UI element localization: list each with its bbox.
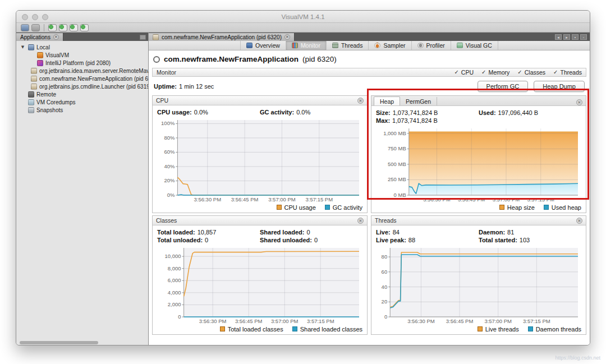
scrollbar-thumb[interactable] <box>20 341 98 344</box>
tab-strip-buttons: ◂▸▪▫ <box>555 34 587 40</box>
checkbox-threads[interactable]: ✓Threads <box>553 69 582 76</box>
application-document-tab[interactable]: com.newframe.NewFrameApplication (pid 63… <box>149 33 295 41</box>
tab-monitor[interactable]: Monitor <box>286 41 327 50</box>
close-icon[interactable]: ✕ <box>576 99 582 105</box>
legend-swatch <box>220 326 225 331</box>
applications-sidebar: Applications ✕ ▼LocalVisualVMIntelliJ Pl… <box>16 33 149 345</box>
tab-visual-gc[interactable]: Visual GC <box>451 41 498 50</box>
application-tab-label: com.newframe.NewFrameApplication (pid 63… <box>162 34 282 40</box>
legend-swatch <box>528 326 533 331</box>
close-icon[interactable]: ✕ <box>357 98 364 104</box>
svg-text:3:56:30 PM: 3:56:30 PM <box>407 318 435 324</box>
tree-item[interactable]: VM Coredumps <box>16 98 148 106</box>
tree-item-label: com.newframe.NewFrameApplication (pid 63… <box>39 76 148 82</box>
svg-text:3:56:45 PM: 3:56:45 PM <box>458 196 485 202</box>
thread-dump-icon[interactable] <box>48 24 57 31</box>
tab-sampler[interactable]: Sampler <box>369 41 411 50</box>
checkbox-classes[interactable]: ✓Classes <box>517 69 545 76</box>
remote-icon <box>28 91 34 98</box>
svg-text:3:56:30 PM: 3:56:30 PM <box>423 196 451 202</box>
legend-item: Daemon threads <box>528 326 581 333</box>
svg-text:3:57:15 PM: 3:57:15 PM <box>307 318 334 324</box>
monitor-section-header: Monitor ✓CPU✓Memory✓Classes✓Threads <box>152 68 586 77</box>
maximize-icon[interactable]: ▪ <box>572 34 579 40</box>
close-icon[interactable]: ✕ <box>576 218 582 224</box>
uptime-label: Uptime: <box>154 83 177 90</box>
svg-text:0 MB: 0 MB <box>394 192 406 198</box>
svg-text:3:57:00 PM: 3:57:00 PM <box>484 318 512 324</box>
profiler-icon <box>417 43 424 48</box>
heap-dump-button[interactable]: Heap Dump <box>534 81 585 92</box>
threads-panel: Threads ✕ Live:84Live peak:88Daemon:81To… <box>371 215 586 335</box>
snapshots-icon <box>28 107 34 113</box>
applications-tab[interactable]: Applications ✕ <box>16 33 63 41</box>
uptime-row: Uptime:1 min 12 sec Perform GC Heap Dump <box>152 77 586 95</box>
stat-live-peak: Live peak:88 <box>376 236 479 244</box>
minimize-window-button[interactable] <box>32 14 38 20</box>
tree-item[interactable]: VisualVM <box>16 51 148 59</box>
uptime-value: 1 min 12 sec <box>179 83 214 90</box>
legend-label: Heap size <box>507 204 535 211</box>
svg-text:3:57:00 PM: 3:57:00 PM <box>493 196 520 202</box>
svg-text:3:56:30 PM: 3:56:30 PM <box>199 318 227 324</box>
heap-chart: 0 MB250 MB500 MB750 MB1,000 MB3:56:30 PM… <box>376 126 581 203</box>
content: Applications ✕ ▼LocalVisualVMIntelliJ Pl… <box>16 33 590 345</box>
visualgc-icon <box>457 43 463 48</box>
close-icon[interactable]: ✕ <box>357 218 364 224</box>
zoom-window-button[interactable] <box>42 14 48 20</box>
legend-label: Total loaded classes <box>228 326 283 333</box>
legend-label: Shared loaded classes <box>300 326 362 333</box>
stat-max: Max:1,073,741,824 B <box>376 117 479 125</box>
application-snapshot-icon[interactable] <box>80 24 89 31</box>
close-icon[interactable]: ✕ <box>53 34 59 40</box>
svg-text:0: 0 <box>178 314 181 320</box>
tree-item[interactable]: Remote <box>16 90 148 98</box>
legend-item: Total loaded classes <box>220 326 283 333</box>
tab-threads[interactable]: Threads <box>327 41 369 50</box>
close-icon[interactable]: ✕ <box>284 34 290 40</box>
svg-text:60%: 60% <box>164 149 175 155</box>
cpu-panel-title: CPU <box>156 97 168 104</box>
tab-profiler[interactable]: Profiler <box>412 41 451 50</box>
tree-item[interactable]: org.jetbrains.idea.maven.server.RemoteMa… <box>16 67 148 75</box>
profiler-snapshot-icon[interactable] <box>70 24 78 31</box>
tree-item[interactable]: ▼Local <box>16 43 148 51</box>
stat-live: Live:84 <box>376 228 479 236</box>
threads-panel-title: Threads <box>375 217 397 224</box>
svg-text:100%: 100% <box>161 120 175 126</box>
permgen-tab[interactable]: PermGen <box>400 97 437 105</box>
threads-panel-header: Threads ✕ <box>371 216 586 225</box>
legend-swatch <box>499 205 504 210</box>
float-icon[interactable]: ▫ <box>580 34 587 40</box>
tree-item[interactable]: Snapshots <box>16 106 148 114</box>
stat-shared-unloaded: Shared unloaded:0 <box>260 236 362 244</box>
tab-overview[interactable]: Overview <box>240 41 286 50</box>
save-icon[interactable] <box>31 24 40 31</box>
svg-text:80: 80 <box>382 254 388 260</box>
checkbox-memory[interactable]: ✓Memory <box>481 69 509 76</box>
tree-item-label: IntelliJ Platform (pid 2080) <box>45 60 111 66</box>
expander-icon[interactable]: ▼ <box>20 45 26 49</box>
tree-item[interactable]: com.newframe.NewFrameApplication (pid 63… <box>16 75 148 82</box>
subtab-label: Threads <box>341 42 363 49</box>
heap-dump-icon[interactable] <box>59 24 67 31</box>
subtab-label: Sampler <box>383 42 405 49</box>
legend-item: Live threads <box>478 326 519 333</box>
scroll-right-icon[interactable]: ▸ <box>563 34 570 40</box>
scroll-left-icon[interactable]: ◂ <box>555 34 562 40</box>
checkbox-cpu[interactable]: ✓CPU <box>454 69 474 76</box>
heap-tab[interactable]: Heap <box>374 96 400 105</box>
close-window-button[interactable] <box>22 14 28 20</box>
minimize-sidebar-icon[interactable] <box>140 35 146 40</box>
svg-text:3:57:15 PM: 3:57:15 PM <box>523 318 550 324</box>
checkmark-icon: ✓ <box>553 70 558 75</box>
tree-item[interactable]: org.jetbrains.jps.cmdline.Launcher (pid … <box>16 82 148 90</box>
tree-item[interactable]: IntelliJ Platform (pid 2080) <box>16 59 148 67</box>
new-window-icon[interactable] <box>21 24 29 31</box>
svg-text:4,000: 4,000 <box>168 289 181 296</box>
coredumps-icon <box>28 99 34 105</box>
panels-grid: CPU ✕ CPU usage:0.0%GC activity:0.0% 0%2… <box>152 95 586 335</box>
heap-panel-header: Heap PermGen ✕ <box>371 96 586 106</box>
perform-gc-button[interactable]: Perform GC <box>478 81 529 92</box>
sidebar-horizontal-scrollbar[interactable] <box>16 340 148 345</box>
